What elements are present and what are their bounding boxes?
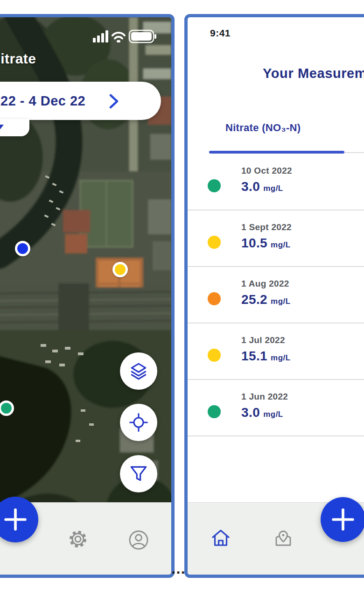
page-title: Your Measurements [263, 66, 364, 81]
level-dot [208, 349, 221, 362]
layers-button[interactable] [120, 352, 157, 390]
measurements-list: 10 Oct 2022 3.0mg/L 1 Sept 2022 10.5mg/L… [188, 154, 364, 436]
measurement-unit: mg/L [263, 184, 283, 193]
filter-button[interactable] [120, 455, 157, 492]
level-dot [208, 236, 221, 249]
tab-nitrate[interactable]: Nitrate (NO₃-N) [225, 122, 301, 134]
map-pin-icon[interactable] [273, 529, 294, 549]
profile-person-icon[interactable] [128, 530, 149, 550]
measurement-unit: mg/L [271, 297, 291, 306]
signal-icon [93, 30, 108, 42]
measurement-date: 10 Oct 2022 [241, 166, 292, 176]
measurement-row[interactable]: 10 Oct 2022 3.0mg/L [188, 154, 364, 211]
measurement-date: 1 Aug 2022 [241, 279, 289, 289]
date-range-pill[interactable]: 22 - 4 Dec 22 [0, 82, 161, 120]
measurements-screen-frame: 9:41 Your Measurements Nitrate (NO₃-N) 1… [184, 14, 364, 578]
locate-button[interactable] [120, 404, 157, 441]
level-dot [208, 179, 221, 192]
measurement-row[interactable]: 1 Sept 2022 10.5mg/L [188, 211, 364, 267]
measurement-row[interactable]: 1 Aug 2022 25.2mg/L [188, 267, 364, 323]
measurement-date: 1 Jun 2022 [241, 392, 288, 402]
crosshair-icon [129, 413, 148, 432]
measurement-value: 10.5 [241, 236, 267, 250]
tab-active-underline [209, 151, 344, 154]
tab-divider-line [344, 152, 364, 153]
chevron-right-icon [109, 94, 120, 109]
layers-icon [129, 361, 148, 381]
map-marker-blue[interactable] [15, 241, 30, 256]
parameter-dropdown-tab[interactable] [0, 119, 29, 136]
battery-icon [129, 30, 156, 42]
level-dot [208, 292, 221, 305]
wifi-icon [112, 33, 125, 42]
measurement-unit: mg/L [271, 353, 291, 362]
measurement-value: 25.2 [241, 292, 267, 307]
funnel-icon [129, 464, 148, 484]
date-range-text: 22 - 4 Dec 22 [0, 82, 85, 120]
plus-icon [4, 508, 27, 531]
level-dot [208, 405, 221, 418]
measurement-unit: mg/L [271, 240, 291, 249]
measurement-value: 3.0 [241, 405, 260, 420]
between-frames-ellipsis: … [171, 560, 187, 577]
add-measurement-button[interactable] [321, 497, 364, 542]
status-bar-icons [92, 28, 160, 44]
measurement-date: 1 Sept 2022 [241, 222, 292, 232]
measurement-date: 1 Jul 2022 [241, 335, 285, 345]
measurement-row[interactable]: 1 Jul 2022 15.1mg/L [188, 323, 364, 380]
measurement-unit: mg/L [263, 410, 283, 419]
home-icon[interactable] [210, 528, 231, 548]
chevron-down-icon [0, 125, 4, 131]
measurement-value: 3.0 [241, 179, 260, 194]
map-marker-yellow[interactable] [112, 262, 128, 277]
map-parameter-label: Nitrate [0, 51, 36, 67]
settings-gear-icon[interactable] [68, 529, 88, 549]
plus-icon [331, 508, 355, 531]
map-screen-frame: Nitrate 22 - 4 Dec 22 [0, 14, 175, 578]
measurement-row[interactable]: 1 Jun 2022 3.0mg/L [188, 380, 364, 436]
measurement-value: 15.1 [241, 349, 267, 363]
status-time: 9:41 [210, 28, 231, 39]
